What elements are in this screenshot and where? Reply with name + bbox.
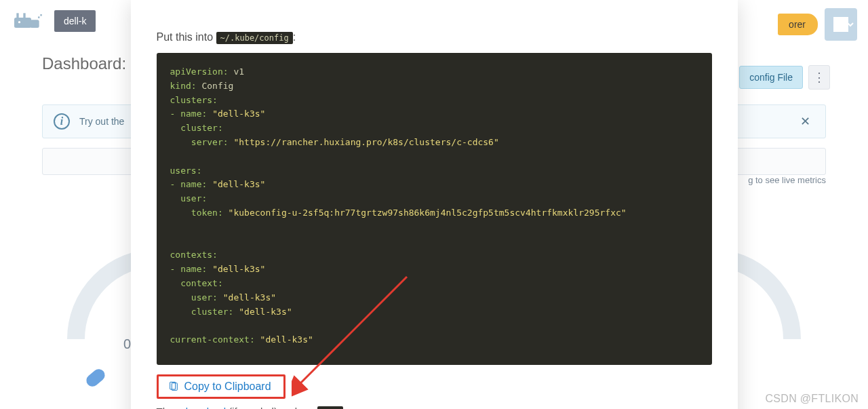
download-link[interactable]: download <box>182 406 226 409</box>
modal-overlay: Put this into ~/.kube/config: apiVersion… <box>0 0 868 409</box>
clipboard-icon <box>168 381 179 392</box>
kubeconfig-path: ~/.kube/config <box>216 32 293 44</box>
download-line: Then download (if needed) and run <box>157 406 712 409</box>
put-into-line: Put this into ~/.kube/config: <box>157 0 712 53</box>
kubeconfig-modal: Put this into ~/.kube/config: apiVersion… <box>131 0 738 409</box>
copy-to-clipboard-button[interactable]: Copy to Clipboard <box>157 374 285 399</box>
kubectl-chip <box>317 406 343 409</box>
kubeconfig-codeblock[interactable]: apiVersion: v1 kind: Config clusters: - … <box>157 53 712 365</box>
put-into-prefix: Put this into <box>157 31 216 43</box>
copy-label: Copy to Clipboard <box>184 381 271 393</box>
copy-row: Copy to Clipboard <box>157 374 712 399</box>
watermark: CSDN @FTLIKON <box>766 393 859 405</box>
